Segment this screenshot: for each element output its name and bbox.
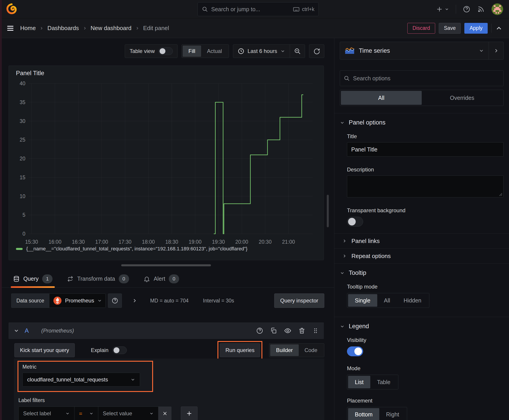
horizontal-scrollbar[interactable] (121, 264, 211, 266)
query-inspector-button[interactable]: Query inspector (274, 293, 324, 308)
kick-start-query-button[interactable]: Kick start your query (14, 343, 75, 357)
svg-text:20: 20 (20, 156, 25, 162)
legend-placement-bottom[interactable]: Bottom (348, 408, 379, 420)
add-menu-button[interactable] (436, 6, 449, 13)
transparent-bg-toggle[interactable] (347, 217, 363, 227)
legend-section-header[interactable]: Legend (334, 317, 509, 330)
query-options-expand-icon[interactable] (132, 298, 137, 304)
svg-text:15: 15 (20, 174, 25, 180)
operator-dropdown[interactable]: = (75, 406, 98, 420)
chevron-down-icon (340, 324, 345, 329)
menu-icon[interactable] (6, 24, 14, 32)
add-filter-button[interactable] (181, 406, 198, 420)
run-queries-button[interactable]: Run queries (220, 343, 260, 357)
time-range-picker[interactable]: Last 6 hours (233, 45, 290, 58)
code-option[interactable]: Code (299, 344, 323, 356)
resize-handle-icon[interactable] (498, 192, 502, 196)
collapse-options-button[interactable] (489, 42, 503, 60)
legend-visibility-toggle[interactable] (347, 346, 363, 356)
description-textarea[interactable] (347, 175, 504, 197)
fill-option[interactable]: Fill (183, 45, 201, 57)
breadcrumb-home[interactable]: Home (20, 25, 36, 32)
select-label-dropdown[interactable]: Select label (18, 406, 75, 420)
panel-title-input[interactable]: Panel Title (347, 142, 504, 157)
chevron-down-icon[interactable] (14, 328, 19, 334)
run-queries-highlight: Run queries (218, 341, 262, 360)
trash-icon[interactable] (298, 327, 305, 334)
builder-option[interactable]: Builder (270, 344, 299, 356)
legend-placement-switch: Bottom Right (347, 407, 407, 420)
visualization-picker[interactable]: Time series (340, 42, 489, 60)
metric-select[interactable]: cloudflared_tunnel_total_requests (23, 373, 140, 387)
legend-mode-list[interactable]: List (348, 376, 370, 388)
chevron-right-icon (342, 239, 347, 243)
save-button[interactable]: Save (439, 23, 461, 34)
news-rss-button[interactable] (477, 5, 485, 13)
legend-series-name[interactable]: {__name__="cloudflared_tunnel_total_requ… (26, 246, 248, 252)
tab-alert-label: Alert (154, 276, 165, 282)
chevron-down-icon (130, 377, 135, 382)
user-avatar[interactable] (492, 3, 503, 15)
breadcrumb-edit-panel: Edit panel (143, 25, 169, 32)
tab-alert[interactable]: Alert 0 (144, 270, 179, 287)
options-sidebar: Time series Search options All Overrides (334, 38, 509, 420)
breadcrumb: Home Dashboards New dashboard Edit panel (20, 25, 169, 32)
metric-highlight: Metric cloudflared_tunnel_total_requests (17, 361, 153, 392)
chevron-down-icon (89, 411, 94, 416)
eye-icon[interactable] (284, 327, 291, 335)
tab-all-options[interactable]: All (341, 91, 422, 105)
apply-button[interactable]: Apply (464, 23, 488, 34)
tab-overrides[interactable]: Overrides (422, 91, 502, 105)
refresh-button[interactable] (309, 45, 324, 58)
datasource-picker[interactable]: Prometheus (49, 293, 106, 308)
remove-filter-button[interactable] (159, 406, 171, 420)
actual-option[interactable]: Actual (201, 45, 228, 57)
chart-svg[interactable]: 051015202530354015:3016:0016:3017:0017:3… (14, 77, 319, 246)
tab-transform-data[interactable]: Transform data 0 (67, 270, 129, 287)
legend-placement-right[interactable]: Right (379, 408, 406, 420)
chevron-up-icon[interactable] (495, 24, 503, 32)
top-nav-actions (436, 0, 503, 18)
drag-handle-icon[interactable] (312, 327, 319, 334)
explain-toggle[interactable] (113, 346, 127, 354)
tab-query-label: Query (23, 276, 38, 282)
zoom-out-button[interactable] (290, 45, 305, 58)
query-row-header[interactable]: A (Prometheus) (8, 322, 324, 339)
discard-button[interactable]: Discard (407, 23, 435, 34)
global-search-input[interactable]: Search or jump to... ctrl+k (198, 2, 319, 16)
vertical-scrollbar[interactable] (327, 195, 329, 227)
duplicate-icon[interactable] (270, 327, 277, 334)
svg-text:15:30: 15:30 (25, 239, 38, 245)
grafana-logo-icon[interactable] (5, 3, 18, 15)
panel-options-section-header[interactable]: Panel options (334, 113, 509, 126)
tooltip-hidden-option[interactable]: Hidden (397, 294, 428, 307)
chevron-right-icon (83, 26, 87, 30)
panel-links-section[interactable]: Panel links (334, 233, 509, 248)
svg-text:16:00: 16:00 (48, 239, 61, 245)
builder-code-switch: Builder Code (269, 343, 324, 357)
prometheus-icon (53, 296, 62, 305)
breadcrumb-dashboards[interactable]: Dashboards (47, 25, 79, 32)
svg-text:10: 10 (20, 193, 25, 199)
tab-query[interactable]: Query 1 (13, 270, 53, 287)
repeat-options-section[interactable]: Repeat options (334, 249, 509, 263)
query-options-summary[interactable]: MD = auto = 704 Interval = 30s (150, 298, 234, 304)
search-icon (344, 75, 350, 82)
chevron-down-icon (479, 48, 484, 53)
table-view-toggle[interactable] (159, 47, 173, 55)
max-data-points-stat: MD = auto = 704 (150, 298, 189, 304)
query-builder-body: Metric cloudflared_tunnel_total_requests… (14, 359, 324, 420)
tooltip-all-option[interactable]: All (377, 294, 397, 307)
datasource-help-button[interactable] (108, 293, 122, 308)
help-button[interactable] (463, 5, 471, 13)
options-search-input[interactable]: Search options (340, 70, 504, 86)
legend-mode-table[interactable]: Table (370, 376, 397, 388)
query-datasource-hint: (Prometheus) (41, 328, 74, 334)
tooltip-single-option[interactable]: Single (348, 294, 377, 307)
tooltip-section-header[interactable]: Tooltip (334, 264, 509, 276)
select-value-dropdown[interactable]: Select value (98, 406, 159, 420)
actions-divider (491, 24, 492, 33)
help-icon[interactable] (256, 327, 263, 334)
database-icon (13, 276, 20, 282)
breadcrumb-new-dashboard[interactable]: New dashboard (91, 25, 131, 32)
